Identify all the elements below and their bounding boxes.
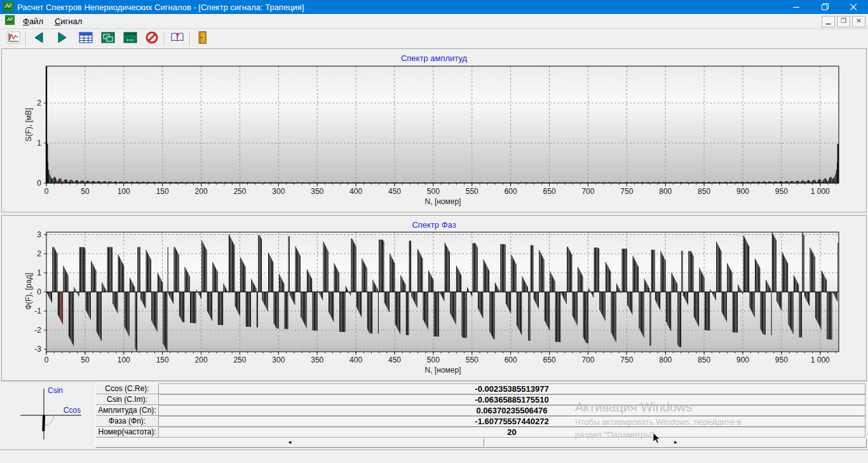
menu-bar: Файл Сигнал ▁ ❐ ✕ (0, 14, 868, 29)
svg-text:200: 200 (195, 356, 208, 364)
svg-text:0: 0 (37, 179, 41, 188)
panel-dots-button[interactable] (121, 31, 140, 47)
phasor-vector (43, 415, 44, 431)
svg-text:200: 200 (195, 187, 208, 196)
svg-text:250: 250 (233, 356, 246, 364)
amplitude-chart-panel: Спектр амплитуд S(F), [мВ] 0501001502002… (1, 48, 867, 212)
svg-text:250: 250 (233, 187, 246, 196)
windows-cascade-button[interactable] (98, 31, 118, 47)
number-value: 20 (159, 427, 865, 438)
scroll-right-button[interactable]: ► (485, 438, 867, 448)
menu-file[interactable]: Файл (17, 15, 49, 27)
amplitude-chart[interactable]: 0501001502002503003504004505005506006507… (2, 49, 865, 211)
svg-text:700: 700 (581, 356, 594, 364)
minimize-button[interactable] (782, 0, 811, 14)
mouse-cursor (653, 433, 661, 446)
svg-text:100: 100 (118, 356, 130, 364)
svg-text:100: 100 (118, 187, 130, 196)
svg-text:600: 600 (505, 356, 517, 364)
table-row: Csin (C.Im): -0.06365885175510 (95, 394, 865, 405)
phasor-diagram: Csin Ccos (19, 384, 92, 444)
svg-text:950: 950 (775, 356, 788, 364)
svg-text:-3: -3 (34, 345, 41, 354)
svg-text:150: 150 (156, 356, 169, 364)
svg-text:1 000: 1 000 (811, 187, 830, 196)
prev-harmonic-button[interactable] (29, 31, 48, 47)
svg-text:2: 2 (37, 249, 41, 258)
number-label: Номер(частота): (95, 427, 159, 438)
title-bar: Расчет Спектров Непериодических Сигналов… (0, 0, 868, 14)
svg-text:750: 750 (620, 187, 633, 196)
toolbar-separator (25, 32, 27, 46)
mdi-minimize-button[interactable]: ▁ (822, 16, 835, 27)
phase-value: -1.60775557440272 (159, 416, 865, 427)
panel-dots-icon (123, 32, 137, 46)
window-title: Расчет Спектров Непериодических Сигналов… (17, 3, 304, 12)
stop-button[interactable] (142, 31, 161, 47)
mdi-restore-button[interactable]: ❐ (837, 16, 850, 27)
phase-x-axis-label: N, [номер] (379, 366, 506, 375)
phase-angle-arc (44, 415, 54, 425)
spectrum-plot-icon (6, 31, 20, 46)
svg-text:900: 900 (736, 356, 749, 364)
data-table-button[interactable] (76, 31, 95, 47)
next-harmonic-button[interactable] (53, 31, 72, 47)
svg-text:0: 0 (37, 287, 41, 296)
svg-text:-2: -2 (34, 326, 41, 335)
scroll-left-button[interactable]: ◄ (95, 438, 484, 448)
table-icon (79, 32, 93, 46)
svg-text:?: ? (175, 33, 179, 40)
svg-text:400: 400 (349, 187, 362, 196)
svg-text:3: 3 (37, 230, 41, 239)
mdi-close-button[interactable]: ✕ (852, 16, 865, 27)
svg-text:550: 550 (466, 356, 478, 364)
svg-text:850: 850 (698, 356, 710, 364)
svg-text:300: 300 (272, 187, 285, 196)
svg-text:400: 400 (349, 356, 362, 364)
svg-text:1: 1 (37, 139, 41, 148)
toolbar-separator (189, 32, 191, 46)
help-button[interactable]: ? (168, 31, 187, 47)
svg-text:550: 550 (466, 187, 478, 196)
svg-text:150: 150 (156, 187, 169, 196)
amplitude-label: Амплитуда (Cn): (95, 405, 159, 416)
svg-text:800: 800 (659, 187, 672, 196)
svg-text:350: 350 (311, 356, 323, 364)
ccos-value: -0.00235385513977 (159, 384, 865, 394)
table-row: Номер(частота): 20 (95, 427, 865, 438)
svg-text:2: 2 (37, 99, 41, 107)
phase-label: Фаза (Фn): (95, 416, 159, 427)
svg-text:50: 50 (81, 187, 90, 196)
arrow-right-icon (57, 32, 67, 46)
svg-text:950: 950 (775, 187, 788, 196)
exit-door-icon (198, 31, 208, 46)
table-row: Фаза (Фn): -1.60775557440272 (95, 416, 865, 427)
svg-text:50: 50 (81, 356, 90, 364)
amplitude-value: 0.06370235506476 (159, 405, 865, 416)
csin-value: -0.06365885175510 (159, 394, 865, 405)
svg-text:1 000: 1 000 (811, 356, 830, 364)
phase-chart-panel: Спектр Фаз Ф(F), [рад] 05010015020025030… (1, 215, 867, 381)
svg-text:300: 300 (272, 356, 285, 364)
svg-text:650: 650 (543, 187, 556, 196)
svg-text:350: 350 (311, 187, 323, 196)
svg-text:700: 700 (581, 187, 594, 196)
csin-axis-label: Csin (48, 386, 63, 395)
ccos-axis-label: Ccos (64, 406, 81, 415)
table-row: Ccos (C.Re): -0.00235385513977 (95, 384, 865, 394)
amplitude-x-axis-label: N, [номер] (379, 197, 506, 206)
svg-text:0: 0 (44, 187, 49, 196)
app-icon (3, 1, 13, 13)
svg-text:-1: -1 (34, 307, 41, 315)
phase-chart[interactable]: 0501001502002503003504004505005506006507… (2, 216, 865, 379)
restore-button[interactable] (811, 0, 839, 14)
close-button[interactable] (839, 0, 868, 14)
svg-text:500: 500 (427, 356, 440, 364)
exit-button[interactable] (193, 31, 212, 47)
svg-text:750: 750 (620, 356, 633, 364)
toolbar: ? (0, 29, 868, 48)
help-book-icon: ? (170, 31, 184, 46)
spectrum-plot-button[interactable] (4, 31, 23, 47)
toolbar-separator (164, 32, 165, 46)
menu-signal[interactable]: Сигнал (49, 15, 88, 27)
